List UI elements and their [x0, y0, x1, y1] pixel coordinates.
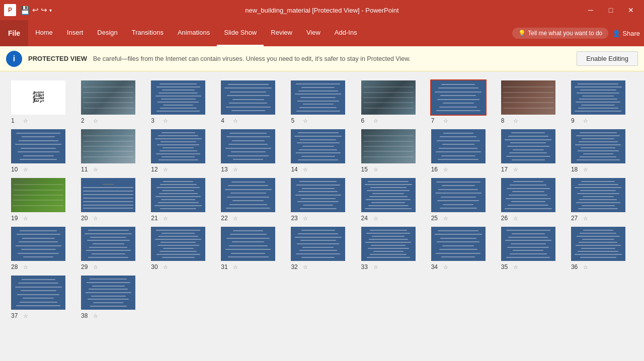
slide-star-icon[interactable]: ☆ — [513, 118, 518, 124]
slide-star-icon[interactable]: ☆ — [513, 166, 518, 173]
slide-star-icon[interactable]: ☆ — [303, 166, 308, 173]
file-menu[interactable]: File — [0, 20, 28, 46]
slide-item[interactable]: 12☆ — [150, 128, 214, 173]
tab-insert[interactable]: Insert — [60, 20, 91, 46]
slide-item[interactable]: 15☆ — [360, 128, 424, 173]
tab-design[interactable]: Design — [90, 20, 124, 46]
slide-item[interactable]: 23☆ — [290, 177, 354, 222]
slide-star-icon[interactable]: ☆ — [93, 313, 98, 319]
slide-item[interactable]: 35☆ — [500, 226, 564, 270]
slide-star-icon[interactable]: ☆ — [513, 215, 518, 222]
slide-item[interactable]: 14☆ — [290, 128, 354, 173]
tab-review[interactable]: Review — [264, 20, 299, 46]
slide-star-icon[interactable]: ☆ — [233, 215, 238, 222]
slide-star-icon[interactable]: ☆ — [93, 166, 98, 173]
slide-meta: 11☆ — [80, 166, 98, 173]
slide-star-icon[interactable]: ☆ — [93, 264, 98, 270]
slide-star-icon[interactable]: ☆ — [303, 118, 308, 124]
slide-star-icon[interactable]: ☆ — [233, 264, 238, 270]
undo-icon[interactable]: ↩ — [32, 6, 39, 15]
slide-item[interactable]: 33☆ — [360, 226, 424, 270]
quick-access-dropdown[interactable]: ▾ — [49, 8, 52, 13]
slide-item[interactable]: 32☆ — [290, 226, 354, 270]
tell-me-input[interactable]: 💡 Tell me what you want to do — [512, 28, 608, 39]
slide-star-icon[interactable]: ☆ — [23, 264, 28, 270]
tab-slide-show[interactable]: Slide Show — [217, 20, 264, 46]
save-icon[interactable]: 💾 — [20, 6, 30, 15]
tab-home[interactable]: Home — [28, 20, 60, 46]
slide-item[interactable]: 9☆ — [570, 79, 634, 124]
slide-item[interactable]: 27☆ — [570, 177, 634, 222]
slide-item[interactable]: 34☆ — [430, 226, 494, 270]
slide-thumb — [10, 275, 66, 311]
tab-view[interactable]: View — [299, 20, 328, 46]
slide-item[interactable]: 30☆ — [150, 226, 214, 270]
slide-item[interactable]: 24☆ — [360, 177, 424, 222]
slide-star-icon[interactable]: ☆ — [443, 215, 448, 222]
slide-star-icon[interactable]: ☆ — [443, 166, 448, 173]
slide-item[interactable]: 8☆ — [500, 79, 564, 124]
slide-item[interactable]: 5☆ — [290, 79, 354, 124]
slide-star-icon[interactable]: ☆ — [583, 118, 588, 124]
slide-star-icon[interactable]: ☆ — [163, 118, 168, 124]
slide-item[interactable]: 2☆ — [80, 79, 144, 124]
tab-add-ins[interactable]: Add-Ins — [328, 20, 364, 46]
slide-item[interactable]: 17☆ — [500, 128, 564, 173]
slide-star-icon[interactable]: ☆ — [443, 118, 448, 124]
slide-star-icon[interactable]: ☆ — [23, 166, 28, 173]
slide-item[interactable]: 36☆ — [570, 226, 634, 270]
tab-transitions[interactable]: Transitions — [125, 20, 171, 46]
slide-item[interactable]: 21☆ — [150, 177, 214, 222]
slide-item[interactable]: 7☆ — [430, 79, 494, 124]
redo-icon[interactable]: ↪ — [41, 6, 47, 15]
slide-item[interactable]: 13☆ — [220, 128, 284, 173]
slide-star-icon[interactable]: ☆ — [233, 166, 238, 173]
slide-star-icon[interactable]: ☆ — [373, 166, 378, 173]
slide-star-icon[interactable]: ☆ — [233, 118, 238, 124]
enable-editing-button[interactable]: Enable Editing — [577, 51, 638, 66]
slide-item[interactable]: 11☆ — [80, 128, 144, 173]
slide-item[interactable]: 26☆ — [500, 177, 564, 222]
slide-star-icon[interactable]: ☆ — [303, 264, 308, 270]
slide-number: 2 — [81, 117, 91, 124]
slide-item[interactable]: 22☆ — [220, 177, 284, 222]
slide-item[interactable]: 18☆ — [570, 128, 634, 173]
slide-item[interactable]: 19☆ — [10, 177, 74, 222]
slide-star-icon[interactable]: ☆ — [443, 264, 448, 270]
slide-item[interactable]: 29☆ — [80, 226, 144, 270]
slide-star-icon[interactable]: ☆ — [93, 215, 98, 222]
slide-star-icon[interactable]: ☆ — [303, 215, 308, 222]
slide-item[interactable]: 28☆ — [10, 226, 74, 270]
slide-item[interactable]: 10☆ — [10, 128, 74, 173]
minimize-button[interactable]: ─ — [582, 3, 600, 17]
slide-item[interactable]: 38☆ — [80, 275, 144, 319]
slide-thumb — [80, 128, 136, 164]
slide-item[interactable]: 16☆ — [430, 128, 494, 173]
slide-star-icon[interactable]: ☆ — [163, 215, 168, 222]
slide-star-icon[interactable]: ☆ — [583, 166, 588, 173]
slide-item[interactable]: 4☆ — [220, 79, 284, 124]
restore-button[interactable]: □ — [602, 3, 620, 17]
slide-star-icon[interactable]: ☆ — [513, 264, 518, 270]
slide-star-icon[interactable]: ☆ — [23, 215, 28, 222]
slide-star-icon[interactable]: ☆ — [373, 118, 378, 124]
slide-item[interactable]: ———20☆ — [80, 177, 144, 222]
slide-item[interactable]: 3☆ — [150, 79, 214, 124]
slide-item[interactable]: 6☆ — [360, 79, 424, 124]
slide-star-icon[interactable]: ☆ — [373, 215, 378, 222]
slide-item[interactable]: 37☆ — [10, 275, 74, 319]
slide-item[interactable]: 31☆ — [220, 226, 284, 270]
slide-star-icon[interactable]: ☆ — [373, 264, 378, 270]
share-button[interactable]: 👤 Share — [612, 30, 640, 37]
slide-star-icon[interactable]: ☆ — [93, 118, 98, 124]
slide-star-icon[interactable]: ☆ — [23, 118, 28, 124]
slide-item[interactable]: 25☆ — [430, 177, 494, 222]
slide-star-icon[interactable]: ☆ — [583, 264, 588, 270]
slide-star-icon[interactable]: ☆ — [163, 166, 168, 173]
close-button[interactable]: ✕ — [622, 3, 640, 17]
slide-star-icon[interactable]: ☆ — [163, 264, 168, 270]
slide-item[interactable]: ﷽1☆ — [10, 79, 74, 124]
tab-animations[interactable]: Animations — [171, 20, 217, 46]
slide-star-icon[interactable]: ☆ — [583, 215, 588, 222]
slide-star-icon[interactable]: ☆ — [23, 313, 28, 319]
